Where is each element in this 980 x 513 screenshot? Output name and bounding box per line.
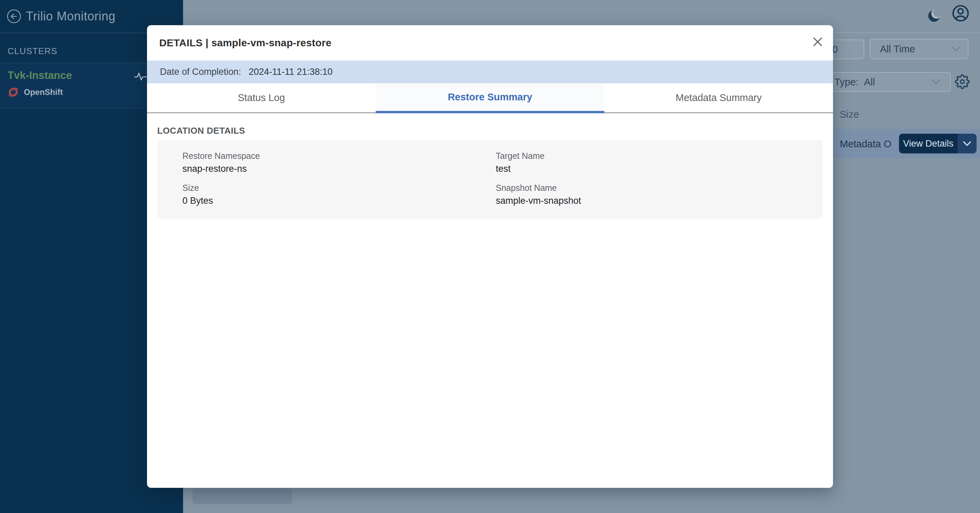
view-details-caret-button[interactable] bbox=[958, 134, 977, 153]
field-size: Size 0 Bytes bbox=[182, 183, 496, 206]
restore-summary-panel: LOCATION DETAILS Restore Namespace snap-… bbox=[147, 113, 833, 488]
settings-button[interactable] bbox=[955, 74, 970, 89]
field-snapshot-name: Snapshot Name sample-vm-snapshot bbox=[496, 183, 809, 206]
details-modal: DETAILS | sample-vm-snap-restore Date of… bbox=[147, 25, 833, 488]
dark-mode-toggle[interactable] bbox=[927, 7, 943, 23]
chevron-down-icon bbox=[963, 141, 971, 146]
tab-restore-summary[interactable]: Restore Summary bbox=[375, 83, 605, 113]
time-filter-value: All Time bbox=[880, 44, 915, 55]
tab-status-log[interactable]: Status Log bbox=[147, 83, 375, 113]
view-details-button[interactable]: View Details bbox=[899, 134, 958, 153]
filter-input-value: 0 bbox=[832, 44, 838, 55]
modal-title: DETAILS | sample-vm-snap-restore bbox=[159, 37, 331, 49]
modal-header: DETAILS | sample-vm-snap-restore bbox=[147, 25, 833, 60]
field-value: sample-vm-snapshot bbox=[496, 195, 809, 206]
moon-icon bbox=[927, 7, 943, 23]
location-details-card: Restore Namespace snap-restore-ns Target… bbox=[157, 140, 823, 218]
user-menu-button[interactable] bbox=[951, 4, 970, 22]
cluster-platform-label: OpenShift bbox=[24, 87, 63, 97]
field-value: 0 Bytes bbox=[182, 195, 496, 206]
table-cell-fragment: Metadata O bbox=[840, 138, 891, 150]
completion-value: 2024-11-11 21:38:10 bbox=[249, 67, 333, 77]
time-filter-select[interactable]: All Time bbox=[870, 39, 969, 59]
back-button[interactable] bbox=[6, 8, 22, 24]
completion-banner: Date of Completion: 2024-11-11 21:38:10 bbox=[147, 60, 833, 83]
completion-label: Date of Completion: bbox=[160, 67, 241, 77]
chevron-down-icon bbox=[932, 79, 940, 85]
field-label: Restore Namespace bbox=[182, 151, 496, 161]
field-value: snap-restore-ns bbox=[182, 164, 496, 174]
type-filter-label: Type: bbox=[834, 76, 859, 88]
user-avatar-icon bbox=[951, 4, 970, 22]
field-label: Target Name bbox=[496, 151, 809, 161]
field-target-name: Target Name test bbox=[496, 151, 809, 174]
type-filter-select[interactable]: Type: All bbox=[819, 72, 951, 92]
pulse-activity-icon bbox=[134, 71, 147, 82]
field-value: test bbox=[496, 164, 809, 174]
field-label: Size bbox=[182, 183, 496, 193]
type-filter-value: All bbox=[864, 76, 875, 88]
modal-tabs: Status Log Restore Summary Metadata Summ… bbox=[147, 83, 833, 113]
field-label: Snapshot Name bbox=[496, 183, 809, 193]
table-column-size: Size bbox=[840, 109, 859, 120]
tab-metadata-summary[interactable]: Metadata Summary bbox=[605, 83, 833, 113]
openshift-logo-icon bbox=[8, 86, 19, 98]
chevron-down-icon bbox=[951, 46, 960, 52]
view-details-split-button[interactable]: View Details bbox=[899, 134, 977, 153]
app-title: Trilio Monitoring bbox=[26, 9, 115, 24]
back-arrow-icon bbox=[6, 8, 22, 24]
gear-icon bbox=[955, 74, 970, 89]
close-button[interactable] bbox=[812, 36, 824, 48]
dimmed-background-control bbox=[192, 489, 292, 504]
location-details-heading: LOCATION DETAILS bbox=[157, 125, 823, 136]
field-restore-namespace: Restore Namespace snap-restore-ns bbox=[182, 151, 496, 174]
close-icon bbox=[813, 37, 823, 47]
